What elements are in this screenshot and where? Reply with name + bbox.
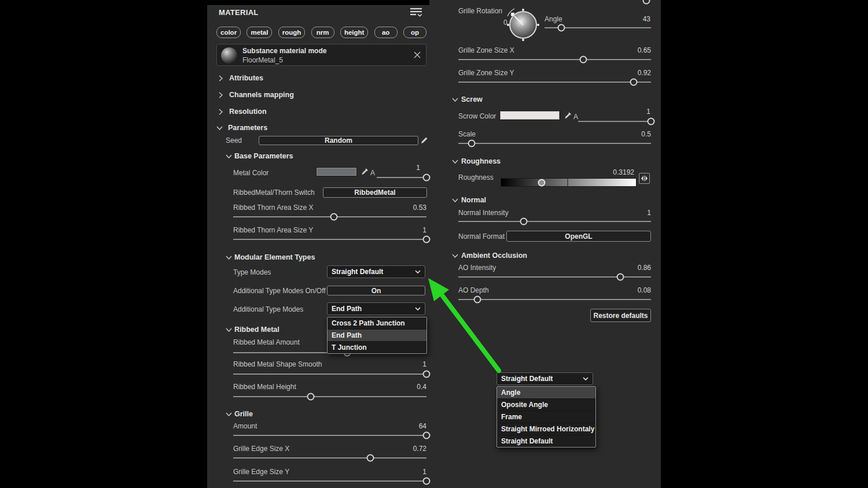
section-screw[interactable]: Screw xyxy=(448,95,661,105)
close-icon[interactable] xyxy=(414,51,421,58)
material-name: FloorMetal_5 xyxy=(242,56,283,64)
normal-format-button[interactable]: OpenGL xyxy=(506,231,651,242)
dropdown-option[interactable]: Cross 2 Path Junction xyxy=(328,317,426,330)
grille-zone-x-slider[interactable] xyxy=(458,59,651,60)
ao-intensity-slider[interactable] xyxy=(458,276,651,278)
dropdown-option[interactable]: Straight Default xyxy=(497,435,595,447)
chevron-down-icon xyxy=(452,160,458,164)
angle-slider[interactable] xyxy=(545,27,651,28)
slider-handle[interactable] xyxy=(580,56,587,64)
slider-handle[interactable] xyxy=(423,478,431,485)
scrow-color-row: Scrow Color A 1 xyxy=(458,108,651,125)
floating-type-modes-dropdown[interactable]: Straight Default xyxy=(496,372,593,385)
screw-scale-slider[interactable] xyxy=(458,143,651,144)
roughness-gradient-slider[interactable] xyxy=(501,178,637,187)
channel-button-nrm[interactable]: nrm xyxy=(311,27,334,38)
type-modes-dropdown[interactable]: Straight Default xyxy=(327,265,425,278)
section-roughness[interactable]: Roughness xyxy=(448,157,661,167)
pencil-icon[interactable] xyxy=(421,136,428,144)
channel-button-height[interactable]: height xyxy=(340,27,369,38)
ribbed-switch-button[interactable]: RibbedMetal xyxy=(323,187,427,198)
grille-edge-y-slider[interactable] xyxy=(233,480,426,482)
panel-menu-button[interactable] xyxy=(410,7,424,20)
menu-icon xyxy=(410,7,424,18)
section-modular-element-types[interactable]: Modular Element Types xyxy=(207,253,429,263)
slider-handle[interactable] xyxy=(423,371,431,378)
slider-handle[interactable] xyxy=(648,118,655,125)
slider-handle[interactable] xyxy=(367,454,374,462)
slider-handle[interactable] xyxy=(520,218,528,225)
seed-label: Seed xyxy=(226,136,242,145)
metal-color-row: Metal Color A 1 xyxy=(233,164,426,182)
chevron-right-icon xyxy=(219,109,223,115)
dropdown-option[interactable]: Frame xyxy=(497,411,595,423)
substance-material-card[interactable]: Substance material mode FloorMetal_5 xyxy=(216,44,426,66)
slider-handle[interactable] xyxy=(468,140,476,147)
channel-button-rough[interactable]: rough xyxy=(278,27,306,38)
slider-handle-clipped[interactable] xyxy=(643,0,650,5)
section-channels-mapping[interactable]: Channels mapping xyxy=(207,91,429,100)
grille-zone-y-slider[interactable] xyxy=(458,82,651,83)
material-thumbnail xyxy=(221,47,237,64)
slider-handle[interactable] xyxy=(558,24,565,32)
roughness-invert-button[interactable] xyxy=(639,173,650,184)
section-attributes[interactable]: Attributes xyxy=(207,74,429,83)
metal-color-alpha-value: 1 xyxy=(416,164,420,172)
slider-handle[interactable] xyxy=(423,236,431,243)
channel-button-op[interactable]: op xyxy=(403,27,426,38)
dropdown-option[interactable]: T Junction xyxy=(328,342,426,353)
channel-button-color[interactable]: color xyxy=(216,27,241,38)
channel-button-ao[interactable]: ao xyxy=(374,27,398,38)
section-ambient-occlusion[interactable]: Ambient Occlusion xyxy=(448,252,661,261)
channel-button-metal[interactable]: metal xyxy=(247,27,272,38)
scrow-color-swatch[interactable] xyxy=(499,110,560,120)
dropdown-option[interactable]: Oposite Angle xyxy=(497,399,595,411)
section-resolution[interactable]: Resolution xyxy=(207,108,429,117)
chevron-down-icon xyxy=(216,126,223,130)
ao-depth-slider[interactable] xyxy=(458,299,651,300)
additional-type-modes-dropdown[interactable]: End Path xyxy=(327,302,425,315)
chevron-down-icon xyxy=(452,254,458,258)
restore-defaults-button[interactable]: Restore defaults xyxy=(590,309,651,322)
rotation-dial[interactable] xyxy=(506,8,540,42)
chevron-down-icon xyxy=(583,377,589,380)
ribbed-metal-height-slider[interactable] xyxy=(233,396,426,397)
section-parameters[interactable]: Parameters xyxy=(207,124,429,133)
section-grille[interactable]: Grille xyxy=(207,410,429,419)
dial-needle xyxy=(506,8,540,42)
slider-handle[interactable] xyxy=(616,273,624,281)
slider-handle[interactable] xyxy=(423,432,431,439)
slider-handle[interactable] xyxy=(307,393,314,401)
ribbed-thorn-y-slider[interactable] xyxy=(233,239,426,240)
section-base-parameters[interactable]: Base Parameters xyxy=(207,152,429,161)
grille-edge-x-slider[interactable] xyxy=(233,457,426,459)
seed-random-button[interactable]: Random xyxy=(259,136,418,145)
chevron-down-icon xyxy=(226,256,232,260)
eyedropper-icon[interactable] xyxy=(564,112,572,119)
dropdown-option[interactable]: Straight Mirroed Horizontaly xyxy=(497,423,595,435)
grille-amount-slider[interactable] xyxy=(233,435,426,436)
slider-handle[interactable] xyxy=(630,79,638,86)
slider-handle[interactable] xyxy=(538,179,545,186)
slider-handle[interactable] xyxy=(330,213,337,221)
additional-type-modes-toggle[interactable]: On xyxy=(327,286,425,295)
slider-handle[interactable] xyxy=(423,174,431,182)
normal-intensity-slider[interactable] xyxy=(458,221,651,222)
dropdown-option-highlighted[interactable]: Angle xyxy=(497,387,595,399)
chevron-down-icon xyxy=(226,328,232,332)
section-normal[interactable]: Normal xyxy=(448,196,661,205)
ribbed-metal-shape-smooth-slider[interactable] xyxy=(233,374,426,375)
dial-min-label: 0 xyxy=(503,19,507,27)
chevron-down-icon xyxy=(452,198,458,202)
chevron-down-icon xyxy=(415,270,421,273)
eyedropper-icon[interactable] xyxy=(361,168,369,175)
material-mode-label: Substance material mode xyxy=(242,47,326,55)
dropdown-option-selected[interactable]: End Path xyxy=(328,330,426,342)
chevron-down-icon xyxy=(452,98,458,102)
additional-type-modes-open-list: Cross 2 Path Junction End Path T Junctio… xyxy=(327,317,427,354)
alpha-slider[interactable] xyxy=(377,177,426,178)
ribbed-thorn-x-slider[interactable] xyxy=(233,216,426,217)
metal-color-swatch[interactable] xyxy=(316,167,357,176)
slider-handle[interactable] xyxy=(474,296,481,304)
scrow-alpha-slider[interactable] xyxy=(578,121,651,122)
